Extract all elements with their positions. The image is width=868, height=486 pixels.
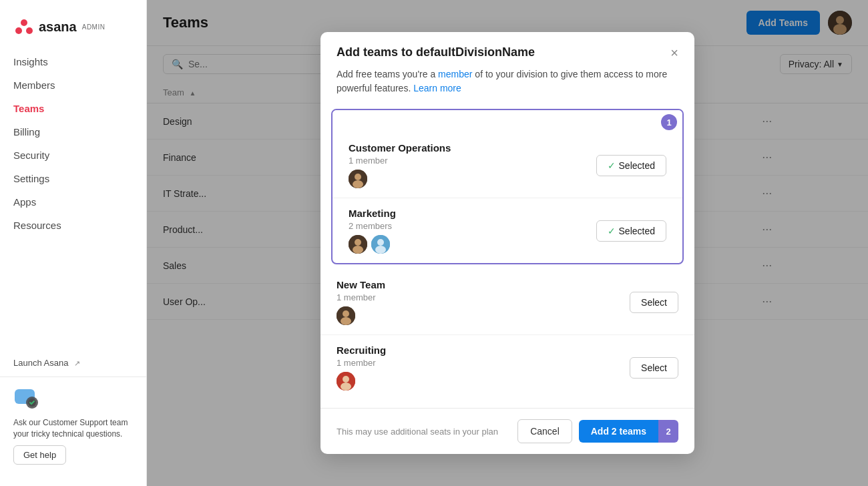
team-info-recruiting: Recruiting 1 member [337,344,386,391]
support-section: Ask our Customer Support team your trick… [0,377,146,475]
sidebar-item-settings[interactable]: Settings [5,168,141,190]
team-meta-customer-ops: 1 member [349,156,451,166]
sidebar-item-apps[interactable]: Apps [5,191,141,213]
add-teams-modal-button[interactable]: Add 2 teams [579,420,658,443]
svg-point-20 [341,317,351,325]
modal: Add teams to defaultDivisionName × Add f… [320,32,694,454]
svg-point-13 [355,239,361,246]
selected-button-customer-ops[interactable]: ✓ Selected [596,155,666,176]
team-name-recruiting: Recruiting [337,344,386,356]
add-button-group: Add 2 teams 2 [579,420,678,443]
team-item-new-team: New Team 1 member Select [320,270,694,335]
selected-label-2: Selected [619,226,655,236]
check-icon-2: ✓ [608,226,616,236]
selected-label-1: Selected [619,160,655,171]
sidebar-item-label-security: Security [13,150,49,161]
modal-close-button[interactable]: × [670,46,678,59]
svg-point-19 [343,310,349,317]
sidebar-nav: Insights Members Teams Billing Security … [0,51,146,348]
avatar-2a [349,235,367,254]
logo-area: asana ADMIN [0,11,146,51]
team-name-marketing: Marketing [349,208,396,219]
asana-logo-icon [13,16,35,37]
desc-start: Add free teams you're a [337,69,438,79]
svg-point-11 [353,180,363,188]
add-teams-badge: 2 [658,420,678,443]
sidebar-item-billing[interactable]: Billing [5,121,141,143]
sidebar-item-label-billing: Billing [13,126,40,138]
sidebar-item-insights[interactable]: Insights [5,51,141,73]
team-item-marketing: Marketing 2 members [333,198,682,263]
team-item-recruiting: Recruiting 1 member Select [320,335,694,400]
svg-point-16 [377,239,384,246]
sidebar-item-resources[interactable]: Resources [5,214,141,236]
team-meta-new-team: 1 member [337,292,385,302]
modal-body: 1 Customer Operations 1 member [320,95,694,408]
modal-header: Add teams to defaultDivisionName × [320,32,694,59]
cancel-button[interactable]: Cancel [517,419,572,443]
team-name-new-team: New Team [337,279,385,290]
sidebar: asana ADMIN Insights Members Teams Billi… [0,0,147,486]
selected-group-header: 1 [333,110,682,133]
sidebar-item-teams[interactable]: Teams [5,97,141,119]
support-text: Ask our Customer Support team your trick… [13,417,133,440]
main-content: Teams Add Teams 🔍 Privacy: All ▼ [147,0,868,486]
svg-point-14 [353,246,363,254]
sidebar-item-security[interactable]: Security [5,144,141,166]
team-info-customer-ops: Customer Operations 1 member [349,142,451,188]
team-avatars-customer-ops [349,170,451,188]
team-avatars-marketing [349,235,396,254]
svg-point-10 [355,174,361,180]
footer-note: This may use additional seats in your pl… [337,427,498,437]
sidebar-item-label-insights: Insights [13,56,48,67]
team-item-customer-ops: Customer Operations 1 member ✓ Selected [333,133,682,198]
team-meta-marketing: 2 members [349,221,396,231]
svg-point-23 [341,383,351,391]
sidebar-item-label-members: Members [13,79,55,91]
check-icon: ✓ [608,160,616,171]
learn-more-link[interactable]: Learn more [413,83,461,93]
launch-asana-link[interactable]: Launch Asana ↗ [0,348,146,377]
selected-button-marketing[interactable]: ✓ Selected [596,220,666,242]
launch-asana-label: Launch Asana [13,358,68,368]
svg-point-22 [343,376,349,383]
team-info-marketing: Marketing 2 members [349,208,396,254]
modal-overlay: Add teams to defaultDivisionName × Add f… [147,0,868,486]
logo-text: asana [39,19,77,35]
avatar-3 [337,306,355,325]
svg-point-2 [26,27,33,34]
select-button-recruiting[interactable]: Select [630,357,678,379]
avatar-2b [371,235,390,254]
sidebar-item-label-apps: Apps [13,196,36,208]
selected-count-badge: 1 [661,114,677,130]
avatar-1 [349,170,367,188]
sidebar-item-label-settings: Settings [13,173,49,184]
sidebar-item-label-teams: Teams [13,103,44,114]
modal-description: Add free teams you're a member of to you… [320,59,694,95]
svg-point-1 [15,27,22,34]
modal-title: Add teams to defaultDivisionName [337,45,535,59]
support-chat-icon [13,388,40,412]
team-name-customer-ops: Customer Operations [349,142,451,154]
avatar-4 [337,372,355,391]
team-info-new-team: New Team 1 member [337,279,385,325]
svg-point-17 [375,246,386,254]
selected-teams-group: 1 Customer Operations 1 member [331,109,684,264]
admin-badge: ADMIN [82,23,105,31]
external-link-icon: ↗ [74,359,80,367]
member-link[interactable]: member [438,69,472,79]
sidebar-item-label-resources: Resources [13,220,61,231]
modal-footer: This may use additional seats in your pl… [320,408,694,454]
sidebar-item-members[interactable]: Members [5,74,141,96]
team-avatars-recruiting [337,372,386,391]
team-avatars-new-team [337,306,385,325]
get-help-button[interactable]: Get help [13,445,66,465]
team-meta-recruiting: 1 member [337,358,386,368]
svg-point-0 [21,19,27,26]
select-button-new-team[interactable]: Select [630,292,678,313]
